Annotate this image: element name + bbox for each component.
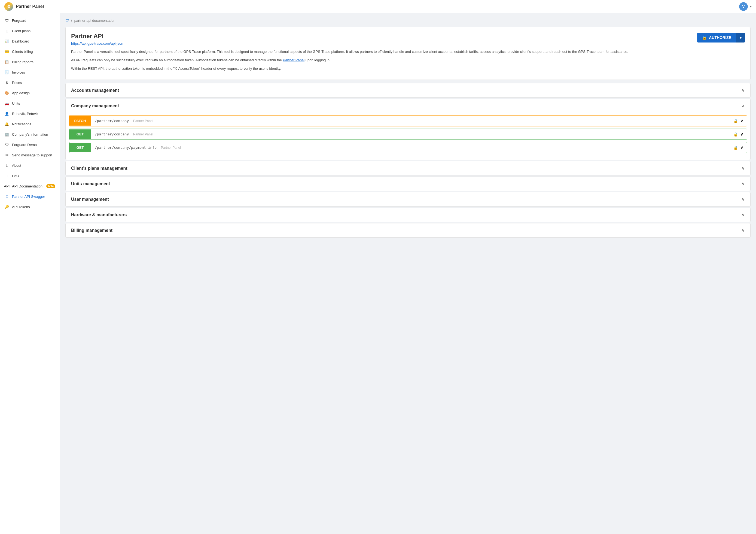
partner-panel-link[interactable]: Partner Panel [283,58,305,62]
authorize-button[interactable]: 🔒 AUTHORIZE ▾ [697,33,745,42]
sidebar-item-company-info[interactable]: 🏢Company's information [0,129,60,139]
sidebar-item-invoices[interactable]: 🧾Invoices [0,67,60,77]
report-icon: 📋 [4,59,9,64]
sidebar-item-forguard-demo[interactable]: 🛡Forguard Demo [0,139,60,150]
authorize-btn-main[interactable]: 🔒 AUTHORIZE [697,33,736,42]
sidebar-label-units: Units [12,101,55,105]
sidebar-item-prices[interactable]: $Prices [0,77,60,88]
api-info-card: Partner API https://api.gps-trace.com/ap… [66,27,750,80]
sidebar-item-units[interactable]: 🚗Units [0,98,60,108]
sidebar: 🛡Forguard⊞Client plans📊Dashboard💳Clients… [0,13,60,534]
endpoint-get-company[interactable]: GET /partner/company Partner Panel 🔒 ∨ [69,128,747,140]
section-billing-header[interactable]: Billing management ∨ [66,223,750,237]
endpoint-get-company-payment[interactable]: GET /partner/company/payment-info Partne… [69,142,747,153]
info-icon: ℹ [4,163,9,168]
sidebar-label-billing-reports: Billing reports [12,60,55,64]
endpoint-lock-icon-2: 🔒 [733,132,738,136]
api-desc-para2: All API requests can only be successfull… [71,58,745,63]
section-company-title: Company management [71,103,119,108]
api-desc-para3: Within the REST API, the authorization t… [71,66,745,72]
sidebar-item-api-tokens[interactable]: 🔑API Tokens [0,202,60,212]
section-units-header[interactable]: Units management ∨ [66,177,750,191]
endpoint-path-2: /partner/company Partner Panel [91,129,730,139]
section-hardware-header[interactable]: Hardware & manufacturers ∨ [66,208,750,222]
shield2-icon: 🛡 [4,142,9,147]
sidebar-label-forguard-demo: Forguard Demo [12,143,55,147]
building-icon: 🏢 [4,132,9,137]
sidebar-item-app-design[interactable]: 🎨App design [0,88,60,98]
section-company-header[interactable]: Company management ∧ [66,99,750,113]
authorize-dropdown-chevron: ▾ [740,36,742,40]
section-billing-title: Billing management [71,228,113,233]
sidebar-item-notifications[interactable]: 🔔Notifications [0,119,60,129]
api-title: Partner API [71,33,123,40]
sidebar-item-client-plans[interactable]: ⊞Client plans [0,26,60,36]
endpoint-path-3: /partner/company/payment-info Partner Pa… [91,143,730,152]
endpoint-right-2: 🔒 ∨ [730,129,747,139]
sidebar-item-send-message[interactable]: ✉Send message to support [0,150,60,160]
api-title-section: Partner API https://api.gps-trace.com/ap… [71,33,123,46]
invoice-icon: 🧾 [4,70,9,75]
sidebar-label-send-message: Send message to support [12,153,55,157]
section-clients-plans-chevron: ∨ [742,166,745,171]
endpoint-lock-icon-1: 🔒 [733,119,738,123]
endpoint-expand-chevron-2: ∨ [740,131,743,137]
section-hardware-chevron: ∨ [742,212,745,217]
user-icon: 👤 [4,111,9,116]
sidebar-item-faq[interactable]: ⊟FAQ [0,171,60,181]
section-company: Company management ∧ PATCH /partner/comp… [66,98,750,160]
endpoint-lock-icon-3: 🔒 [733,146,738,150]
section-accounts: Accounts management ∨ [66,83,750,98]
car-icon: 🚗 [4,101,9,106]
section-billing-chevron: ∨ [742,228,745,233]
method-badge-get-1: GET [69,129,91,139]
sidebar-item-ruhavik[interactable]: 👤Ruhavik, Petovik [0,108,60,119]
breadcrumb-current: partner api documentation [74,18,116,23]
authorize-btn-dropdown[interactable]: ▾ [736,33,745,42]
sidebar-item-api-docs[interactable]: APIAPI Documentationbeta [0,181,60,191]
api-desc-para1: Partner Panel is a versatile tool specif… [71,49,745,55]
key-icon: 🔑 [4,204,9,209]
sidebar-label-about: About [12,163,55,168]
sidebar-label-app-design: App design [12,91,55,95]
sidebar-label-invoices: Invoices [12,70,55,74]
sidebar-label-api-docs: API Documentation [12,184,42,188]
faq-icon: ⊟ [4,173,9,178]
header: ⚙ Partner Panel V ▾ [0,0,756,13]
section-units-chevron: ∨ [742,181,745,186]
breadcrumb-home-icon: 🛡 [66,18,69,23]
user-menu-chevron[interactable]: ▾ [750,5,752,9]
endpoint-expand-chevron-1: ∨ [740,118,743,124]
endpoint-expand-chevron-3: ∨ [740,145,743,150]
section-hardware: Hardware & manufacturers ∨ [66,208,750,222]
section-company-body: PATCH /partner/company Partner Panel 🔒 ∨… [66,113,750,160]
header-right: V ▾ [739,2,752,11]
section-user: User management ∨ [66,192,750,207]
endpoint-patch-company[interactable]: PATCH /partner/company Partner Panel 🔒 ∨ [69,115,747,126]
section-accounts-chevron: ∨ [742,88,745,93]
endpoint-path-1: /partner/company Partner Panel [91,116,730,126]
user-avatar[interactable]: V [739,2,748,11]
sidebar-item-billing-reports[interactable]: 📋Billing reports [0,57,60,67]
section-clients-plans-header[interactable]: Client's plans management ∨ [66,161,750,175]
sidebar-item-about[interactable]: ℹAbout [0,160,60,171]
api-card-header: Partner API https://api.gps-trace.com/ap… [71,33,745,46]
section-billing: Billing management ∨ [66,223,750,238]
lock-icon: 🔒 [702,36,707,40]
section-units: Units management ∨ [66,177,750,191]
section-user-header[interactable]: User management ∨ [66,192,750,206]
layout: 🛡Forguard⊞Client plans📊Dashboard💳Clients… [0,13,756,534]
sidebar-item-dashboard[interactable]: 📊Dashboard [0,36,60,46]
sidebar-label-prices: Prices [12,81,55,85]
sidebar-item-partner-api[interactable]: ⊡Partner API Swagger [0,191,60,202]
api-url-link[interactable]: https://api.gps-trace.com/api-json [71,42,123,45]
sidebar-item-clients-billing[interactable]: 💳Clients billing [0,46,60,57]
sidebar-label-clients-billing: Clients billing [12,50,55,54]
sidebar-item-forguard[interactable]: 🛡Forguard [0,15,60,26]
authorize-label: AUTHORIZE [709,36,731,40]
sidebar-label-partner-api: Partner API Swagger [12,195,55,199]
section-accounts-header[interactable]: Accounts management ∨ [66,83,750,97]
section-accounts-title: Accounts management [71,88,119,93]
sidebar-label-ruhavik: Ruhavik, Petovik [12,112,55,116]
section-clients-plans-title: Client's plans management [71,166,127,171]
